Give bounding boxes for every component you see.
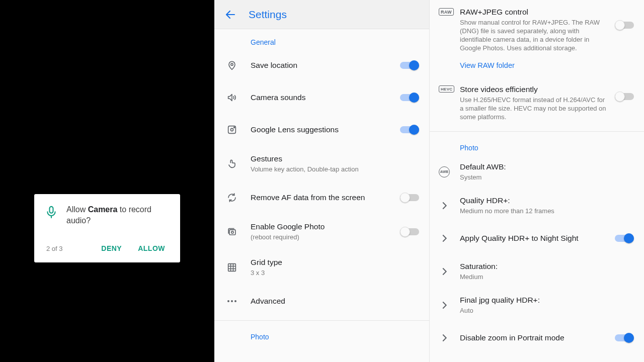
- toggle-hevc[interactable]: [615, 90, 634, 103]
- row-default-awb[interactable]: AWB Default AWB: System: [430, 155, 644, 189]
- back-arrow-icon[interactable]: [224, 9, 236, 21]
- row-subtitle: (reboot required): [251, 233, 394, 241]
- row-subtitle: Use H.265/HEVC format instead of H.264/A…: [460, 96, 609, 121]
- row-title: Final jpg quality HDR+:: [460, 295, 634, 305]
- row-quality-hdr[interactable]: Quality HDR+: Medium no more than 12 fra…: [430, 189, 644, 222]
- row-save-location[interactable]: Save location: [214, 49, 429, 81]
- row-subtitle: 3 x 3: [251, 268, 419, 277]
- svg-rect-0: [50, 207, 53, 213]
- grid-icon: [226, 262, 251, 273]
- svg-point-1: [231, 63, 233, 65]
- toggle-camera-sounds[interactable]: [400, 92, 419, 104]
- divider: [430, 131, 644, 132]
- row-apply-night-sight[interactable]: Apply Quality HDR+ to Night Sight: [430, 222, 644, 254]
- row-remove-af[interactable]: Remove AF data from the screen: [214, 182, 429, 214]
- speaker-icon: [226, 92, 251, 103]
- row-disable-portrait-zoom[interactable]: Disable zoom in Portrait mode: [430, 322, 644, 354]
- row-advanced[interactable]: Advanced: [214, 285, 429, 317]
- settings-pane-advanced: RAW RAW+JPEG control Show manual control…: [430, 0, 644, 362]
- toggle-raw-jpeg[interactable]: [615, 19, 634, 31]
- permission-dialog: Allow Camera to record audio? 2 of 3 DEN…: [34, 194, 180, 262]
- row-title: Saturation:: [460, 261, 634, 272]
- chevron-right-icon: [439, 266, 460, 277]
- toggle-google-photo[interactable]: [400, 226, 419, 238]
- row-title: Advanced: [251, 296, 419, 306]
- divider: [214, 320, 429, 321]
- deny-button[interactable]: DENY: [96, 240, 127, 256]
- toggle-google-lens[interactable]: [400, 124, 419, 136]
- row-subtitle: Show manual control for RAW+JPEG. The RA…: [460, 18, 609, 52]
- row-title: Disable zoom in Portrait mode: [460, 333, 609, 343]
- row-subtitle: Medium: [460, 273, 634, 281]
- row-title: Default AWB:: [460, 162, 634, 172]
- chevron-right-icon: [439, 332, 460, 343]
- svg-point-6: [231, 231, 233, 233]
- settings-pane-general: Settings General Save location Camera so…: [214, 0, 430, 362]
- row-final-jpg-quality[interactable]: Final jpg quality HDR+: Auto: [430, 288, 644, 322]
- row-subtitle: Medium no more than 12 frames: [460, 207, 634, 215]
- photo-stack-icon: [226, 226, 251, 237]
- permission-counter: 2 of 3: [46, 245, 63, 252]
- section-general-label: General: [214, 29, 429, 49]
- permission-text: Allow Camera to record audio?: [66, 204, 170, 226]
- row-title: Store videos efficiently: [460, 84, 609, 95]
- camera-viewfinder-pane: Allow Camera to record audio? 2 of 3 DEN…: [0, 0, 214, 362]
- view-raw-folder-link[interactable]: View RAW folder: [430, 59, 644, 77]
- row-gestures[interactable]: Gestures Volume key action, Double-tap a…: [214, 146, 429, 182]
- lens-icon: [226, 124, 251, 135]
- row-enable-google-photo[interactable]: Enable Google Photo (reboot required): [214, 214, 429, 249]
- chevron-right-icon: [439, 200, 460, 211]
- row-store-videos-efficiently[interactable]: HEVC Store videos efficiently Use H.265/…: [430, 77, 644, 128]
- row-title: Remove AF data from the screen: [251, 193, 394, 203]
- row-title: Gestures: [251, 154, 419, 164]
- row-title: Apply Quality HDR+ to Night Sight: [460, 233, 609, 243]
- section-photo-label: Photo: [214, 324, 429, 344]
- raw-badge-icon: RAW: [439, 7, 460, 16]
- location-pin-icon: [226, 60, 251, 71]
- chevron-right-icon: [439, 233, 460, 244]
- touch-icon: [226, 158, 251, 169]
- row-grid-type[interactable]: Grid type 3 x 3: [214, 249, 429, 285]
- row-subtitle: Auto: [460, 306, 634, 315]
- toggle-remove-af[interactable]: [400, 192, 419, 204]
- row-saturation[interactable]: Saturation: Medium: [430, 254, 644, 288]
- section-photo-label: Photo: [430, 135, 644, 155]
- row-title: Enable Google Photo: [251, 222, 394, 232]
- row-title: Grid type: [251, 257, 419, 267]
- chevron-right-icon: [439, 300, 460, 311]
- row-raw-jpeg[interactable]: RAW RAW+JPEG control Show manual control…: [430, 0, 644, 59]
- row-google-lens[interactable]: Google Lens suggestions: [214, 114, 429, 146]
- svg-point-3: [230, 128, 233, 131]
- svg-rect-5: [229, 229, 235, 234]
- settings-title: Settings: [249, 9, 287, 21]
- sync-icon: [226, 192, 251, 203]
- svg-rect-7: [228, 263, 236, 271]
- microphone-icon: [44, 205, 58, 219]
- toggle-portrait-zoom[interactable]: [615, 332, 634, 344]
- svg-point-4: [234, 127, 235, 128]
- row-camera-sounds[interactable]: Camera sounds: [214, 81, 429, 114]
- settings-header: Settings: [214, 0, 429, 29]
- hevc-badge-icon: HEVC: [439, 84, 460, 93]
- toggle-save-location[interactable]: [400, 59, 419, 71]
- toggle-apply-night-sight[interactable]: [615, 232, 634, 244]
- awb-icon: AWB: [439, 166, 460, 177]
- row-title: Google Lens suggestions: [251, 125, 394, 135]
- row-title: RAW+JPEG control: [460, 7, 609, 17]
- row-subtitle: Volume key action, Double-tap action: [251, 165, 419, 173]
- row-title: Quality HDR+:: [460, 196, 634, 206]
- row-title: Camera sounds: [251, 93, 394, 103]
- row-subtitle: System: [460, 173, 634, 182]
- allow-button[interactable]: ALLOW: [133, 240, 170, 256]
- row-title: Save location: [251, 60, 394, 70]
- more-horizontal-icon: [226, 300, 251, 302]
